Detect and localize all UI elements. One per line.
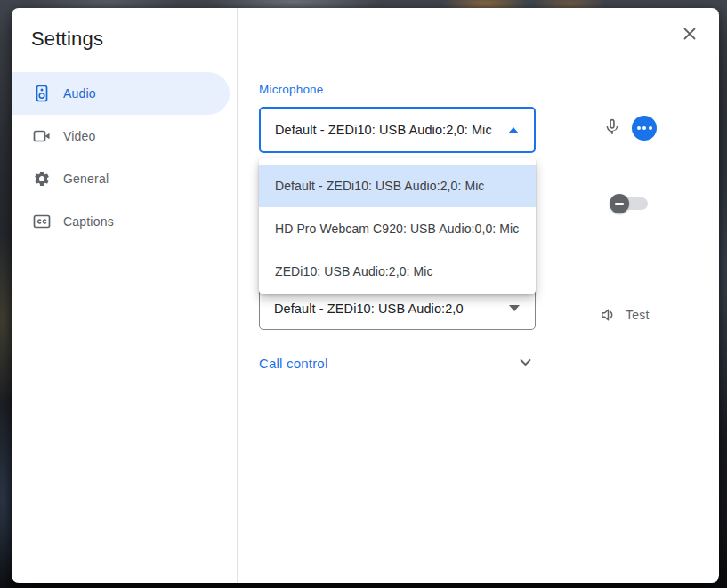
noise-cancellation-toggle[interactable]: [612, 197, 648, 210]
menu-option-zedi10-mic[interactable]: ZEDi10: USB Audio:2,0: Mic: [259, 250, 536, 293]
microphone-select-value: Default - ZEDi10: USB Audio:2,0: Mic: [261, 123, 508, 137]
close-icon[interactable]: [678, 22, 701, 45]
sidebar-item-label: General: [63, 172, 109, 186]
sidebar-item-label: Captions: [63, 214, 114, 229]
page-title: Settings: [31, 28, 103, 51]
volume-icon: [600, 306, 618, 324]
microphone-select[interactable]: Default - ZEDi10: USB Audio:2,0: Mic: [259, 107, 536, 153]
microphone-label: Microphone: [259, 83, 324, 96]
speaker-test-button[interactable]: Test: [600, 302, 649, 327]
sidebar-item-general[interactable]: General: [12, 157, 230, 200]
menu-option-default-mic[interactable]: Default - ZEDi10: USB Audio:2,0: Mic: [259, 165, 536, 207]
dot: [642, 126, 646, 130]
settings-dialog: Settings Audio Video General: [12, 8, 719, 583]
dot: [649, 126, 652, 130]
dot: [637, 126, 641, 130]
menu-option-webcam-mic[interactable]: HD Pro Webcam C920: USB Audio:0,0: Mic: [259, 207, 536, 250]
caret-down-icon: [509, 305, 520, 311]
more-options-icon[interactable]: [632, 116, 657, 141]
sidebar-item-video[interactable]: Video: [12, 115, 230, 157]
sidebar-item-captions[interactable]: Captions: [12, 200, 230, 243]
captions-icon: [33, 213, 51, 230]
speakers-select-value: Default - ZEDi10: USB Audio:2,0: [260, 302, 509, 316]
sidebar-divider: [237, 8, 238, 583]
chevron-down-icon[interactable]: [518, 355, 533, 370]
call-control-expander[interactable]: Call control: [259, 356, 327, 371]
caret-up-icon: [508, 127, 519, 133]
sidebar-item-label: Video: [63, 129, 96, 143]
sidebar-item-audio[interactable]: Audio: [12, 72, 230, 115]
sidebar-item-label: Audio: [63, 86, 96, 101]
videocam-icon: [33, 127, 51, 145]
test-label: Test: [626, 308, 649, 322]
toggle-knob-minus-icon: [610, 194, 629, 213]
speaker-icon: [33, 85, 51, 102]
microphone-level-icon: [602, 117, 622, 137]
microphone-options-menu: Default - ZEDi10: USB Audio:2,0: Mic HD …: [259, 158, 536, 294]
gear-icon: [33, 170, 51, 188]
